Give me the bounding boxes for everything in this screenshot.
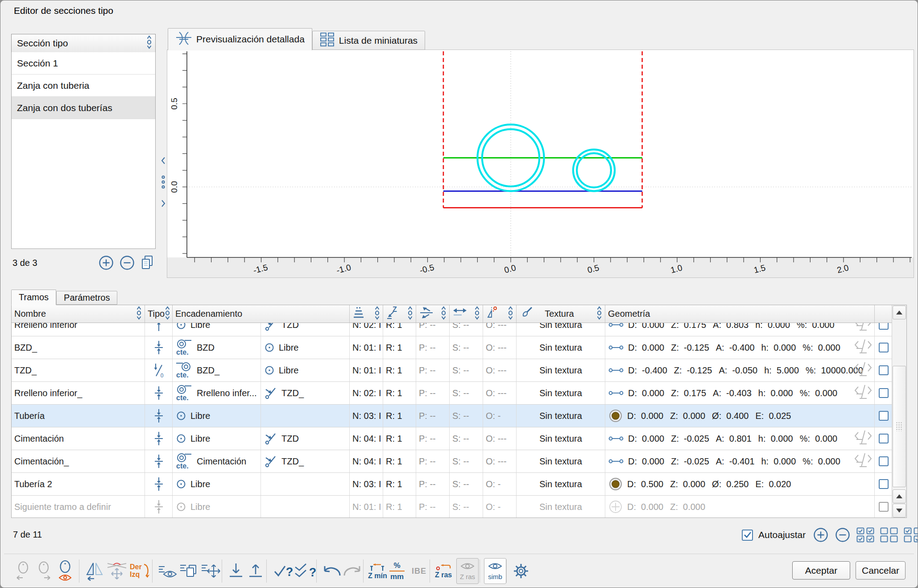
show-tramo-button[interactable] [157,563,177,579]
tipo-converge-icon [153,408,165,424]
row-checkbox[interactable] [879,388,889,398]
undo-button[interactable] [322,563,342,579]
duplicate-section-button[interactable] [140,255,154,271]
row-checkbox[interactable] [879,411,889,421]
sort-textura-icon[interactable] [596,306,602,323]
sort-tipo-icon[interactable] [165,306,170,323]
panel-splitter-handle[interactable] [159,150,167,215]
table-row[interactable]: Siguiente tramo a definirLibreN: 01: IR:… [12,496,892,518]
insert-below-button[interactable] [227,562,245,580]
slope-link-icon [264,323,278,331]
row-checkbox[interactable] [879,479,889,489]
autofit-checkbox[interactable] [742,530,753,541]
invert-row-checks-button[interactable] [904,527,918,543]
insert-above-button[interactable] [247,562,265,580]
zoom-in-button[interactable] [813,527,829,543]
mirror-section-button[interactable] [85,561,104,581]
sort-nombre-icon[interactable] [136,306,142,323]
aceptar-button[interactable]: Aceptar [792,561,850,580]
cell-encadenamiento-2: TZD_ [261,382,350,404]
cell-tipo [145,382,173,404]
sort-control-icon[interactable] [146,35,152,52]
sort-pendiente-icon[interactable] [441,306,447,323]
sort-nivel-icon[interactable] [374,306,380,323]
table-row[interactable]: TZD_0cte.BZD_LibreN: 01: IR: 1P: --S: --… [12,359,892,382]
cell-check [875,427,892,450]
scroll-row-up-button[interactable] [893,489,906,503]
geometry-segment-icon [608,323,624,331]
simb-visibility-button[interactable]: simb [484,558,506,584]
table-row[interactable]: Cimentación_cte.CimentaciónTZD_N: 04: IR… [12,450,892,473]
move-tramos-button[interactable] [200,562,221,580]
slope-link-icon [264,432,278,445]
constant-link-icon: cte. [175,451,193,472]
cell-r: R: 1 [383,473,416,495]
cell-o: O: - [483,473,517,495]
tab-parametros[interactable]: Parámetros [56,291,117,305]
cell-encadenamiento-1: cte.Cimentación [173,450,261,472]
uncheck-all-rows-button[interactable] [880,527,898,543]
detail-tabs: Tramos Parámetros [11,290,117,305]
sort-angulo-icon[interactable] [508,306,513,323]
show-section-button[interactable] [57,560,74,582]
validate-one-button[interactable]: ? [273,562,293,580]
zoom-out-button[interactable] [835,527,851,543]
cancelar-button[interactable]: Cancelar [856,561,906,580]
geometry-segment-icon [608,387,624,399]
cell-p: P: -- [416,382,450,404]
scroll-up-button[interactable] [893,306,906,319]
column-angulo [483,305,517,323]
table-row[interactable]: Rrelleno inferior_cte.Rrelleno infer...T… [12,382,892,405]
slope-detail-icon [853,360,873,381]
angle-icon [486,306,499,322]
row-checkbox[interactable] [879,502,889,512]
row-checkbox[interactable] [879,434,889,443]
cell-geometria: D: 0.000Z: 0.175A: -0.403h: 0.000%: 0.00… [605,382,875,404]
constant-link-icon: cte. [175,382,193,404]
row-checkbox[interactable] [879,365,889,375]
check-all-rows-button[interactable] [856,527,874,543]
copy-tramos-button[interactable] [179,562,198,580]
section-list-item[interactable]: Zanja con tuberia [12,75,155,97]
cell-encadenamiento-1: cte.Rrelleno infer... [173,382,261,404]
row-checkbox[interactable] [879,456,889,466]
sort-z-icon[interactable] [407,306,413,323]
cell-tipo [145,336,173,359]
cell-n: N: 01: I [350,496,383,518]
toolbar-separator [316,559,317,583]
sort-ancho-icon[interactable] [474,306,480,323]
section-list-item[interactable]: Zanja con dos tuberías [12,97,155,119]
z-min-button[interactable]: Z mín [368,563,387,580]
table-row[interactable]: TuberíaLibreN: 03: IR: 1P: --S: --O: -Si… [12,405,892,427]
table-row[interactable]: BZD_cte.BZDLibreN: 01: IR: 1P: --S: --O:… [12,336,892,359]
tramos-counter: 7 de 11 [13,530,42,540]
z-ras-button[interactable]: Z ras [435,563,452,579]
table-row[interactable]: Rrelleno inferiorLibreTZDN: 02: IR: 1P: … [12,323,892,336]
section-preview-icon [175,32,192,47]
table-row[interactable]: CimentaciónLibreTZDN: 04: IR: 1P: --S: -… [12,427,892,450]
tab-previsualizacion-detallada[interactable]: Previsualización detallada [168,28,312,50]
remove-section-button[interactable] [119,255,135,271]
swap-der-izq-button[interactable]: DerIzq [130,562,150,580]
row-checkbox[interactable] [879,343,889,352]
table-row[interactable]: Tubería 2LibreN: 03: IR: 1P: --S: --O: -… [12,473,892,496]
cell-encadenamiento-1: Libre [173,473,261,495]
cell-encadenamiento-1: Libre [173,405,261,427]
add-section-button[interactable] [98,255,114,271]
tab-tramos[interactable]: Tramos [11,290,56,305]
section-list-item[interactable]: Sección 1 [12,52,155,75]
cell-nombre: Rrelleno inferior [12,323,145,336]
cell-n: N: 03: I [350,405,383,427]
scroll-row-down-button[interactable] [893,504,906,518]
settings-button[interactable] [512,562,530,580]
section-preview-viewport[interactable]: -1.5-1.0-0.50.00.51.01.52.00.00.5 [167,50,914,278]
row-checkbox[interactable] [879,323,889,330]
tipo-surface-icon [153,323,165,333]
tab-lista-de-miniaturas[interactable]: Lista de miniaturas [312,31,425,50]
cell-n: N: 02: I [350,382,383,404]
percent-mm-button[interactable]: %mm [389,562,405,580]
validate-all-button[interactable]: ? [293,562,316,580]
table-scrollbar[interactable] [892,305,906,518]
table-body: Rrelleno inferiorLibreTZDN: 02: IR: 1P: … [12,323,892,518]
scrollbar-thumb[interactable] [893,366,906,487]
